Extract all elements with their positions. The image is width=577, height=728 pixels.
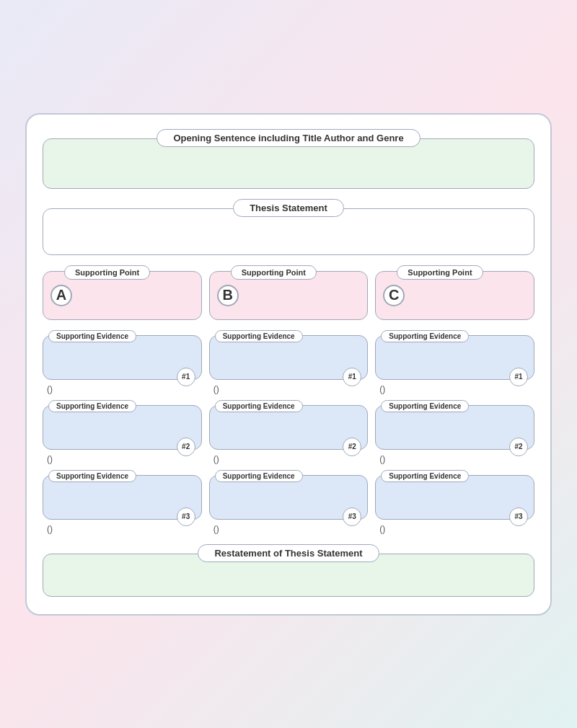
evidence-c3-number: #3 [509,507,528,526]
opening-label: Opening Sentence including Title Author … [157,129,420,147]
point-a-label: Supporting Point [64,265,150,280]
point-b-letter: B [217,285,239,306]
point-c-letter: C [383,285,405,306]
supporting-points-row: Supporting Point A Supporting Point B Su… [43,265,534,320]
point-c-label: Supporting Point [397,265,483,280]
evidence-b2-block: Supporting Evidence #2 () [209,400,369,464]
evidence-b2-number: #2 [343,438,361,456]
evidence-c1-block: Supporting Evidence #1 () [375,330,534,394]
evidence-c2-number: #2 [509,438,528,456]
point-block-a: Supporting Point A [43,265,202,320]
evidence-c3-label: Supporting Evidence [381,470,469,482]
evidence-a3-block: Supporting Evidence #3 () [43,470,202,534]
evidence-col-a: Supporting Evidence #1 () Supporting Evi… [43,330,202,534]
thesis-section: Thesis Statement [43,199,534,255]
evidence-c3-block: Supporting Evidence #3 () [375,470,534,534]
thesis-label: Thesis Statement [233,199,344,217]
evidence-b3-number: #3 [343,507,361,526]
evidence-c2-paren: () [379,454,385,464]
evidence-a2-number: #2 [177,438,195,456]
evidence-b1-number: #1 [343,368,361,386]
evidence-b3-block: Supporting Evidence #3 () [209,470,369,534]
main-container: Opening Sentence including Title Author … [25,113,552,616]
evidence-b2-paren: () [213,454,219,464]
evidence-c2-label: Supporting Evidence [381,400,469,412]
evidence-b1-label: Supporting Evidence [215,330,303,342]
point-b-label: Supporting Point [231,265,317,280]
evidence-a3-label: Supporting Evidence [48,470,136,482]
evidence-a1-paren: () [47,384,53,394]
evidence-b1-block: Supporting Evidence #1 () [209,330,369,394]
evidence-a1-block: Supporting Evidence #1 () [43,330,202,394]
evidence-c2-block: Supporting Evidence #2 () [375,400,534,464]
evidence-a1-label: Supporting Evidence [48,330,136,342]
evidence-c3-paren: () [379,524,385,534]
evidence-b1-paren: () [213,384,219,394]
evidence-col-c: Supporting Evidence #1 () Supporting Evi… [375,330,534,534]
evidence-a3-paren: () [47,524,53,534]
point-a-letter: A [50,285,72,306]
evidence-col-b: Supporting Evidence #1 () Supporting Evi… [209,330,369,534]
evidence-columns: Supporting Evidence #1 () Supporting Evi… [43,330,534,534]
evidence-a3-number: #3 [177,507,195,526]
evidence-a2-label: Supporting Evidence [48,400,136,412]
opening-section: Opening Sentence including Title Author … [43,129,534,189]
evidence-b3-paren: () [213,524,219,534]
evidence-c1-number: #1 [509,368,528,386]
point-block-c: Supporting Point C [375,265,534,320]
point-block-b: Supporting Point B [209,265,369,320]
restatement-label: Restatement of Thesis Statement [198,544,379,562]
evidence-a2-block: Supporting Evidence #2 () [43,400,202,464]
evidence-b2-label: Supporting Evidence [215,400,303,412]
evidence-c1-label: Supporting Evidence [381,330,469,342]
evidence-c1-paren: () [379,384,385,394]
evidence-b3-label: Supporting Evidence [215,470,303,482]
evidence-a1-number: #1 [177,368,195,386]
restatement-section: Restatement of Thesis Statement [43,544,534,597]
evidence-a2-paren: () [47,454,53,464]
